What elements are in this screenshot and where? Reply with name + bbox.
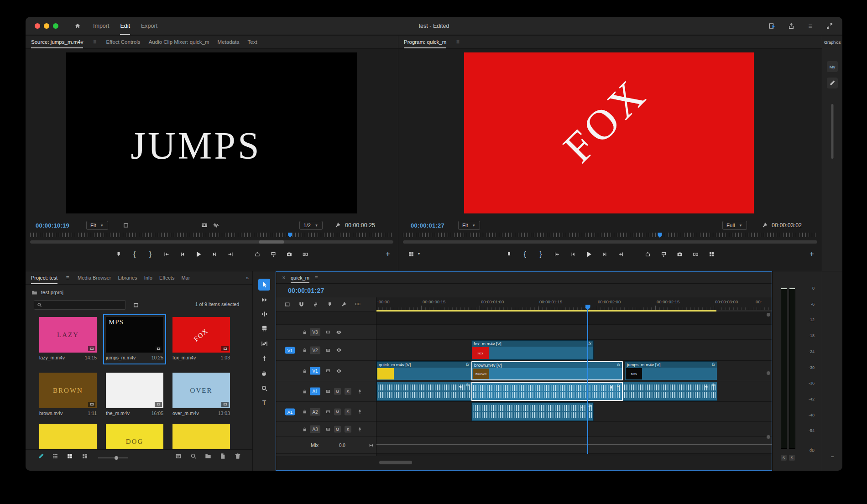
eye-button[interactable] — [334, 327, 343, 337]
lock-button[interactable] — [300, 366, 309, 375]
timeline-clip-quick-m-m4v-v[interactable]: quick_m.m4v [V]fx — [376, 361, 471, 380]
export-frame-button[interactable] — [285, 249, 294, 259]
new-item-button[interactable] — [218, 452, 227, 461]
grid-overlay-button[interactable] — [407, 249, 416, 259]
share-button[interactable] — [787, 21, 796, 31]
project-item-fox-m-m4v[interactable]: FOXfox_m.m4v1:03 — [172, 317, 230, 362]
source-settings-button[interactable] — [121, 221, 131, 230]
track-target-a3[interactable]: A3 — [310, 426, 320, 433]
tab-source-jumps-m-m4v[interactable]: Source: jumps_m.m4v — [31, 36, 83, 48]
graphics-scrollbar[interactable] — [831, 104, 834, 159]
project-item-the-m-m4v[interactable]: the_m.m4v16:05 — [106, 373, 163, 417]
nav-export[interactable]: Export — [141, 17, 157, 35]
source-resolution-dropdown[interactable]: 1/2▾ — [299, 221, 323, 230]
slip-tool[interactable] — [258, 338, 270, 349]
quick-export-button[interactable] — [768, 21, 777, 31]
drag-audio-button[interactable] — [212, 221, 221, 230]
project-item-lazy-m-m4v[interactable]: LAZYlazy_m.m4v14:15 — [39, 317, 97, 362]
freeform-view-button[interactable] — [80, 452, 89, 461]
mark-in-button[interactable]: { — [520, 249, 529, 259]
sync-lock-button[interactable] — [324, 407, 333, 416]
eye-button[interactable] — [334, 346, 343, 355]
program-fit-dropdown[interactable]: Fit▾ — [458, 221, 480, 230]
timeline-vscrollbar[interactable] — [767, 313, 770, 452]
sync-lock-button[interactable] — [324, 346, 333, 355]
track-target-a1[interactable]: A1 — [310, 388, 320, 395]
close-tab-button[interactable]: × — [281, 273, 287, 282]
step-forward-button[interactable] — [210, 249, 219, 259]
sync-lock-button[interactable] — [324, 366, 333, 375]
zoom-slider[interactable] — [98, 457, 128, 458]
timeline-settings-button[interactable] — [339, 300, 348, 309]
track-select-forward-tool[interactable] — [258, 294, 270, 306]
extract-button[interactable] — [659, 249, 668, 259]
project-item-jumps-m-m4v[interactable]: MPSjumps_m.m4v10:25 — [106, 317, 163, 362]
mark-in-button[interactable]: { — [130, 249, 139, 259]
mute-button[interactable]: M — [334, 388, 341, 395]
automate-to-sequence-button[interactable] — [174, 452, 183, 461]
mute-button[interactable]: M — [334, 408, 341, 415]
track-target-v1[interactable]: V1 — [310, 367, 320, 375]
button-editor-button[interactable]: + — [383, 249, 392, 259]
workspace-menu-button[interactable]: ≡ — [806, 21, 815, 31]
collapse-button[interactable]: − — [829, 452, 836, 460]
hscroll-thumb[interactable] — [379, 461, 412, 464]
solo-button[interactable]: S — [345, 426, 351, 433]
program-scrubber[interactable] — [403, 233, 817, 248]
source-scrubber[interactable] — [30, 233, 393, 248]
source-zoom-bar[interactable] — [30, 240, 393, 244]
timeline-hscrollbar[interactable] — [378, 461, 764, 464]
program-zoom-bar[interactable] — [403, 240, 817, 244]
export-frame-button[interactable] — [675, 249, 684, 259]
track-lane-v3[interactable] — [376, 325, 772, 340]
zoom-tool[interactable] — [258, 382, 270, 394]
timeline-clip-audio[interactable]: fx — [376, 382, 471, 401]
timeline-clip-audio[interactable]: fx — [471, 402, 594, 421]
vscroll-handle[interactable] — [767, 435, 770, 439]
source-zoom-thumb[interactable] — [259, 240, 284, 244]
panel-menu-button[interactable]: ≡ — [454, 37, 461, 47]
graphics-edit-button[interactable] — [827, 78, 838, 88]
panel-menu-button[interactable]: ≡ — [91, 37, 98, 47]
track-target-v2[interactable]: V2 — [310, 346, 320, 354]
comparison-view-button[interactable] — [301, 249, 310, 259]
lift-button[interactable] — [253, 249, 262, 259]
tab-metadata[interactable]: Metadata — [218, 36, 240, 48]
play-button[interactable] — [584, 249, 593, 259]
snap-button[interactable] — [297, 300, 306, 309]
program-quality-dropdown[interactable]: Full▾ — [722, 221, 747, 230]
mic-button[interactable] — [355, 407, 364, 416]
lift-button[interactable] — [643, 249, 652, 259]
selection-tool[interactable] — [258, 279, 270, 291]
timeline-clip-brown-m4v-v[interactable]: brown.m4v [V]BROWNfx — [471, 361, 623, 380]
project-writable-button[interactable] — [37, 452, 46, 461]
program-wrench-button[interactable] — [760, 221, 769, 230]
timeline-clip-fox-m-m4v-v[interactable]: fox_m.m4v [V]FOXfx — [471, 340, 594, 360]
timeline-ruler[interactable]: :00:0000:00:00:1500:00:01:0000:00:01:150… — [376, 297, 772, 310]
add-marker-button[interactable] — [325, 300, 334, 309]
lock-button[interactable] — [300, 346, 309, 355]
timeline-content[interactable]: :00:0000:00:00:1500:00:01:0000:00:01:150… — [376, 297, 772, 456]
mic-button[interactable] — [355, 425, 364, 434]
new-bin-button[interactable] — [204, 452, 213, 461]
track-lane-v2[interactable]: fox_m.m4v [V]FOXfx — [376, 340, 772, 361]
lock-button[interactable] — [300, 387, 309, 396]
icon-view-button[interactable] — [65, 452, 74, 461]
eye-button[interactable] — [334, 366, 343, 375]
solo-button[interactable]: S — [345, 388, 351, 395]
tab-audio-clip-mixer-quick-m[interactable]: Audio Clip Mixer: quick_m — [149, 36, 209, 48]
add-marker-button[interactable] — [504, 249, 513, 259]
timeline-clip-audio[interactable]: fx — [623, 382, 717, 401]
lock-button[interactable] — [300, 327, 309, 337]
mute-button[interactable]: M — [334, 426, 341, 433]
fullscreen-button[interactable] — [825, 21, 834, 31]
tab-quick-m[interactable]: quick_m — [291, 272, 309, 283]
close-button[interactable] — [35, 23, 40, 29]
tab-effect-controls[interactable]: Effect Controls — [106, 36, 140, 48]
home-button[interactable] — [73, 21, 82, 31]
timeline-clip-audio[interactable]: fx — [471, 382, 623, 401]
mic-button[interactable] — [355, 387, 364, 396]
graphics-templates-button[interactable]: My — [827, 61, 838, 72]
timeline-timecode[interactable]: 00:00:01:27 — [288, 287, 324, 294]
vscroll-handle[interactable] — [767, 371, 770, 375]
